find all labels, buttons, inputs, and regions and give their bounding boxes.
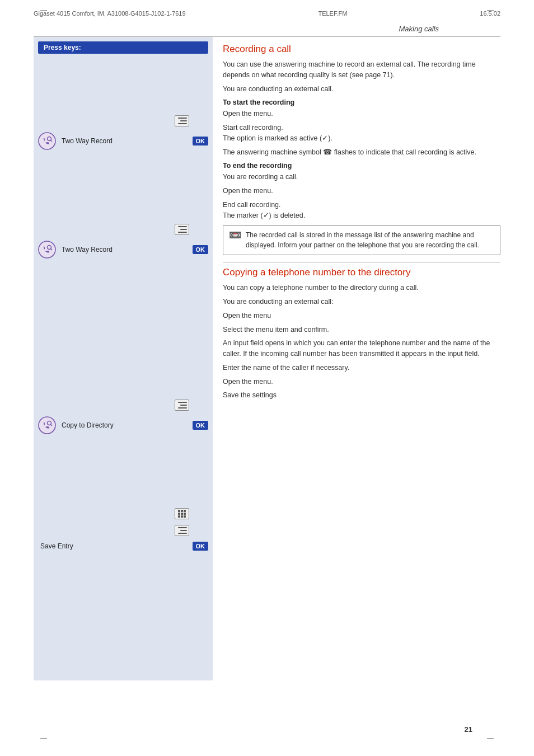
spacer-19 (34, 383, 213, 396)
ok-badge-copy: OK (193, 421, 209, 430)
svg-point-6 (39, 417, 55, 434)
spacer-9 (34, 207, 213, 220)
copying-heading: Copying a telephone number to the direct… (223, 267, 500, 278)
menu-icon-copy (175, 400, 189, 411)
ok-badge-start: OK (193, 137, 209, 145)
spacer-1 (34, 58, 213, 72)
top-margin-right (487, 10, 494, 11)
two-way-record-label-start: Two Way Record (59, 137, 193, 145)
menu-icon-row-copy (34, 397, 213, 413)
svg-point-0 (39, 133, 55, 149)
info-box: 📼 The recorded call is stored in the mes… (223, 225, 500, 255)
spacer-16 (34, 342, 213, 356)
keyboard-icon (175, 508, 189, 519)
info-box-text: The recorded call is stored in the messa… (246, 230, 494, 250)
top-margin-left (40, 10, 47, 11)
copy-step6: Save the settings (223, 390, 500, 401)
spacer-14 (34, 316, 213, 329)
press-keys-header: Press keys: (38, 41, 208, 54)
page-number: 21 (465, 725, 472, 734)
recording-heading: Recording a call (223, 44, 500, 55)
spacer-3 (34, 85, 213, 98)
header-center: TELEF.FM (318, 10, 347, 17)
spacer-11 (34, 275, 213, 289)
section-title-bar: Making calls (34, 21, 500, 37)
end-step2: Open the menu. (223, 186, 500, 196)
save-entry-row: Save Entry OK (34, 539, 213, 553)
right-panel: Recording a call You can use the answeri… (213, 37, 500, 680)
start-step1: Open the menu. (223, 109, 500, 119)
spacer-2 (34, 72, 213, 85)
phone-icon-copy (38, 416, 56, 434)
end-step3-line1: End call recording. (223, 201, 281, 209)
spacer-5 (34, 153, 213, 167)
menu-icon-start (175, 115, 189, 126)
two-way-record-label-end: Two Way Record (59, 246, 193, 253)
spacer-20 (34, 438, 213, 451)
spacer-18 (34, 369, 213, 383)
spacer-21 (34, 451, 213, 464)
end-step3-line2: The marker (✓) is deleted. (223, 212, 305, 219)
section-title: Making calls (399, 25, 439, 33)
spacer-24 (34, 491, 213, 505)
spacer-22 (34, 464, 213, 478)
start-step3: The answering machine symbol ☎ flashes t… (223, 147, 500, 158)
end-heading: To end the recording (223, 162, 500, 170)
two-way-record-row-start: Two Way Record OK (34, 130, 213, 152)
start-step2-line1: Start call recording. (223, 124, 283, 132)
ok-badge-save: OK (193, 542, 209, 551)
content-area: Press keys: Two Way (34, 37, 500, 680)
cassette-icon: 📼 (229, 230, 241, 240)
recording-intro1: You can use the answering machine to rec… (223, 59, 500, 81)
menu-icon-end (175, 224, 189, 235)
copying-intro2: You are conducting an external call: (223, 297, 500, 307)
separator (223, 262, 500, 262)
end-step3: End call recording. The marker (✓) is de… (223, 200, 500, 221)
spacer-6 (34, 167, 213, 180)
end-step1: You are recording a call. (223, 172, 500, 182)
menu-icon-row-last (34, 523, 213, 538)
spacer-17 (34, 356, 213, 369)
phone-icon-end (38, 241, 56, 259)
menu-icon-last (175, 525, 189, 536)
copying-intro1: You can copy a telephone number to the d… (223, 283, 500, 293)
copy-step1: Open the menu (223, 311, 500, 321)
two-way-record-row-end: Two Way Record OK (34, 238, 213, 261)
phone-icon-start (38, 132, 56, 150)
recording-intro2: You are conducting an external call. (223, 84, 500, 95)
menu-icon-row-start (34, 113, 213, 129)
copy-step5: Open the menu. (223, 377, 500, 387)
copy-step3: An input field opens in which you can en… (223, 338, 500, 359)
spacer-7 (34, 180, 213, 194)
page-header: Gigaset 4015 Comfort, IM, A31008-G4015-J… (0, 0, 534, 21)
spacer-12 (34, 289, 213, 302)
spacer-8 (34, 194, 213, 207)
header-left: Gigaset 4015 Comfort, IM, A31008-G4015-J… (34, 10, 186, 17)
info-box-icon: 📼 (229, 230, 241, 250)
left-panel: Press keys: Two Way (34, 37, 213, 680)
start-step2: Start call recording. The option is mark… (223, 123, 500, 144)
spacer-10 (34, 262, 213, 275)
copy-to-directory-label: Copy to Directory (59, 421, 193, 429)
spacer-15 (34, 329, 213, 342)
menu-icon-row-end (34, 222, 213, 237)
copy-step2: Select the menu item and confirm. (223, 325, 500, 335)
copy-to-directory-row: Copy to Directory OK (34, 414, 213, 436)
svg-point-3 (39, 241, 55, 258)
copy-step4: Enter the name of the caller if necessar… (223, 363, 500, 373)
keyboard-icon-row (34, 506, 213, 522)
spacer-23 (34, 478, 213, 491)
start-heading: To start the recording (223, 98, 500, 106)
spacer-4 (34, 98, 213, 112)
page: Gigaset 4015 Comfort, IM, A31008-G4015-J… (0, 0, 534, 756)
ok-badge-end: OK (193, 245, 209, 254)
spacer-13 (34, 302, 213, 316)
start-step2-line2: The option is marked as active (✓). (223, 134, 332, 142)
bottom-margin-right (487, 738, 494, 739)
save-entry-label: Save Entry (38, 542, 193, 550)
bottom-margin-left (40, 738, 47, 739)
